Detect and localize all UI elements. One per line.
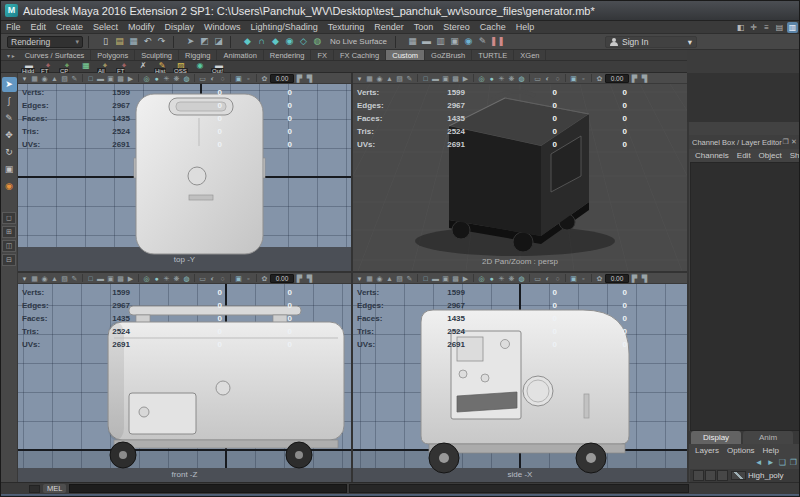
layer-color-swatch[interactable]: [731, 471, 746, 480]
camera-lock-icon[interactable]: ◉: [375, 73, 384, 84]
panel-toolbar-icon[interactable]: [194, 74, 195, 82]
workspace-icon[interactable]: ◧: [735, 22, 746, 33]
snapshot-icon[interactable]: ▣: [569, 73, 578, 84]
shadows-icon[interactable]: ▶: [126, 73, 135, 84]
channel-box-header[interactable]: Channel Box / Layer Editor ❐ ✕: [689, 135, 800, 149]
viewport-front-canvas[interactable]: Verts: 1599 0 0 Edges: 2967 0 0 Faces: 1…: [18, 284, 351, 482]
image-save-icon[interactable]: ▫: [579, 273, 588, 284]
resolution-gate-icon[interactable]: ▭: [198, 73, 207, 84]
shelf-ft-button[interactable]: ⌖ FT: [40, 61, 56, 73]
shadows-icon[interactable]: ▶: [461, 73, 470, 84]
gamma-icon[interactable]: ▛: [630, 73, 639, 84]
field-chart-icon[interactable]: ○: [218, 273, 227, 284]
panel-toolbar-icon[interactable]: [565, 274, 566, 282]
menu-item[interactable]: Lighting/Shading: [246, 21, 323, 34]
shelf-all-button[interactable]: ⌖ All: [97, 61, 113, 73]
wireframe-icon[interactable]: □: [86, 273, 95, 284]
layer-editor-menu-item[interactable]: Options: [727, 446, 755, 455]
channel-box-menu-item[interactable]: Edit: [737, 151, 751, 160]
panel-toolbar-icon[interactable]: [138, 274, 139, 282]
gate-mask-icon[interactable]: ◐: [208, 273, 217, 284]
bookmark-icon[interactable]: ▲: [385, 73, 394, 84]
image-plane-icon[interactable]: ▧: [395, 73, 404, 84]
gate-mask-icon[interactable]: ◐: [543, 273, 552, 284]
layer-editor-tab[interactable]: Anim: [743, 431, 793, 444]
sign-in-button[interactable]: Sign In ▾: [605, 36, 697, 48]
select-hierarchy-icon[interactable]: ➤: [184, 35, 197, 48]
wireframe-icon[interactable]: □: [421, 273, 430, 284]
view-transform-icon[interactable]: ▜: [305, 273, 314, 284]
channel-box-menu-item[interactable]: Show: [790, 151, 800, 160]
pause-icon[interactable]: ❚❚: [490, 35, 503, 48]
layer-editor-menu-item[interactable]: Help: [763, 446, 779, 455]
panel-toolbar-icon[interactable]: 0.00: [605, 74, 629, 83]
snapshot-icon[interactable]: ▣: [569, 273, 578, 284]
shelf-tab[interactable]: Rigging: [179, 50, 217, 60]
camera-lock-icon[interactable]: ◉: [40, 273, 49, 284]
layout-stacked[interactable]: ⊟: [2, 254, 16, 266]
view-transform-icon[interactable]: ▜: [640, 73, 649, 84]
camera-select-icon[interactable]: ▦: [365, 73, 374, 84]
resolution-gate-icon[interactable]: ▭: [533, 73, 542, 84]
multisample-icon[interactable]: ◍: [517, 273, 526, 284]
shelf-cube-button[interactable]: ◉: [192, 61, 208, 73]
shaded-icon[interactable]: ▬: [96, 73, 105, 84]
field-chart-icon[interactable]: ○: [553, 73, 562, 84]
use-all-lights-icon[interactable]: ▩: [451, 273, 460, 284]
field-chart-icon[interactable]: ○: [218, 73, 227, 84]
panel-toolbar-icon[interactable]: [529, 274, 530, 282]
camera-lock-icon[interactable]: ◉: [375, 273, 384, 284]
ipr-render-icon[interactable]: ▥: [434, 35, 447, 48]
image-save-icon[interactable]: ▫: [244, 273, 253, 284]
textured-icon[interactable]: ▣: [441, 273, 450, 284]
wireframe-icon[interactable]: □: [86, 73, 95, 84]
gate-mask-icon[interactable]: ◐: [208, 73, 217, 84]
panel-toolbar-icon[interactable]: [230, 274, 231, 282]
xray-icon[interactable]: ●: [487, 73, 496, 84]
shelf-hidd-button[interactable]: ▬ Hidd: [21, 61, 37, 73]
select-tool[interactable]: ➤: [2, 77, 17, 92]
attribute-editor-icon[interactable]: ▤: [774, 22, 785, 33]
menu-item[interactable]: Windows: [199, 21, 246, 34]
gate-mask-icon[interactable]: ◐: [543, 73, 552, 84]
menu-item[interactable]: Render: [369, 21, 409, 34]
gamma-icon[interactable]: ▛: [295, 273, 304, 284]
menu-item[interactable]: Texturing: [323, 21, 370, 34]
snap-projected-center-icon[interactable]: ◉: [283, 35, 296, 48]
bookmark-icon[interactable]: ▲: [50, 273, 59, 284]
shadows-icon[interactable]: ▶: [461, 273, 470, 284]
copy-tab-icon[interactable]: ❐: [782, 138, 790, 146]
image-save-icon[interactable]: ▫: [579, 73, 588, 84]
gamma-icon[interactable]: ▛: [630, 273, 639, 284]
rotate-tool[interactable]: ↻: [2, 145, 17, 160]
shelf-tab[interactable]: Rendering: [264, 50, 312, 60]
camera-lock-icon[interactable]: ◉: [40, 73, 49, 84]
shelf-tab[interactable]: TURTLE: [472, 50, 514, 60]
panel-toolbar-icon[interactable]: [591, 74, 592, 82]
panel-menu-icon[interactable]: ▾: [20, 73, 29, 84]
exposure-icon[interactable]: ✿: [260, 73, 269, 84]
panel-toolbar-icon[interactable]: [529, 74, 530, 82]
panel-toolbar-icon[interactable]: [591, 274, 592, 282]
viewport-persp-canvas[interactable]: Verts: 1599 0 0 Edges: 2967 0 0 Faces: 1…: [353, 84, 687, 271]
panel-toolbar-icon[interactable]: [565, 74, 566, 82]
panel-toolbar-icon[interactable]: [82, 74, 83, 82]
lasso-tool[interactable]: ʃ: [2, 94, 17, 109]
layer-row[interactable]: High_poly: [690, 469, 800, 483]
textured-icon[interactable]: ▣: [441, 73, 450, 84]
modeling-toolkit-icon[interactable]: ≡: [761, 22, 772, 33]
layer-prev-icon[interactable]: ◄: [755, 457, 763, 469]
render-online-icon[interactable]: ◉: [462, 35, 475, 48]
shelf-joint-button[interactable]: ✗: [135, 61, 151, 73]
menu-item[interactable]: Cache: [475, 21, 511, 34]
layer-visibility-toggle[interactable]: [693, 470, 704, 481]
make-live-icon[interactable]: ◍: [311, 35, 324, 48]
shelf-hist-button[interactable]: ✎ Hist: [154, 61, 170, 73]
shelf-checker-button[interactable]: ▦: [78, 61, 94, 73]
menu-item[interactable]: File: [1, 21, 26, 34]
xray-icon[interactable]: ●: [487, 273, 496, 284]
ambient-occlusion-icon[interactable]: ✳: [497, 273, 506, 284]
channel-box-menu-item[interactable]: Channels: [695, 151, 729, 160]
multisample-icon[interactable]: ◍: [182, 273, 191, 284]
panel-toolbar-icon[interactable]: [138, 74, 139, 82]
